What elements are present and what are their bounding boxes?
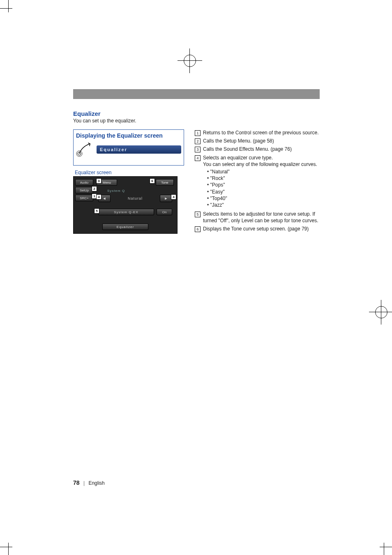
desc-5: Selects items to be adjusted for tone cu… [203,211,322,224]
page-footer: 78 | English [73,479,105,486]
tab-audio: Audio [75,179,93,186]
registration-target-icon [178,48,202,73]
num-1-icon: 1 [195,130,201,136]
callout-3: 3 [96,178,101,184]
curve-value: Natural [111,196,160,200]
curve-opt: "Jazz" [207,202,322,208]
system-q-ex-value: On [157,209,172,215]
touch-gesture-icon [76,142,92,157]
curve-opt: "Easy" [207,189,322,195]
tab-setup: SetUp [75,187,93,193]
num-3-icon: 3 [195,147,201,152]
system-q-ex-label: System Q-EX [98,209,154,215]
system-q-label: System Q [107,189,125,193]
callout-4-left: 4 [96,194,101,200]
equalizer-footer-label: Equalizer [102,223,148,230]
crop-mark [0,0,21,21]
callout-2: 2 [92,186,97,191]
desc-4-line2: You can select any of the following equa… [203,161,317,167]
desc-4-line1: Selects an equalizer curve type. [203,155,273,161]
next-arrow-icon: ► [160,195,172,202]
equalizer-screen-label: Equalizer screen [75,170,184,175]
curve-opt: "Rock" [207,175,322,182]
desc-6: Displays the Tone curve setup screen. (p… [203,226,322,232]
desc-1: Returns to the Control screen of the pre… [203,129,322,136]
curve-options-list: "Natural" "Rock" "Pops" "Easy" "Top40" "… [203,168,322,208]
curve-opt: "Natural" [207,168,322,175]
description-list: 1 Returns to the Control screen of the p… [195,129,322,233]
curve-opt: "Pops" [207,182,322,188]
procedure-box: Displaying the Equalizer screen Equalize… [73,129,184,166]
equalizer-button-graphic: Equalizer [97,145,181,154]
desc-3: Calls the Sound Effects Menu. (page 76) [203,146,322,152]
procedure-box-title: Displaying the Equalizer screen [76,132,181,139]
footer-language: English [88,480,104,486]
page-number: 78 [73,479,80,486]
crop-mark [371,534,392,555]
num-6-icon: 6 [195,226,201,232]
callout-6: 6 [150,178,155,184]
num-2-icon: 2 [195,138,201,144]
header-bar [73,89,320,99]
callout-4-right: 4 [171,194,176,200]
section-subtitle: You can set up the equalizer. [73,118,324,124]
desc-2: Calls the Setup Menu. (page 58) [203,138,322,144]
desc-4: Selects an equalizer curve type. You can… [203,154,322,210]
curve-opt: "Top40" [207,195,322,202]
registration-target-icon [369,300,392,325]
tone-button-graphic: Tone [156,179,174,186]
footer-separator: | [83,480,85,486]
tab-src: SRC+ [75,195,93,201]
num-5-icon: 5 [195,212,201,217]
equalizer-screen-graphic: Audio SetUp SRC+ Menu Tone System Q ◄ Na… [73,176,178,234]
crop-mark [0,534,21,555]
num-4-icon: 4 [195,155,201,161]
callout-5: 5 [94,208,99,214]
section-title: Equalizer [73,110,324,117]
